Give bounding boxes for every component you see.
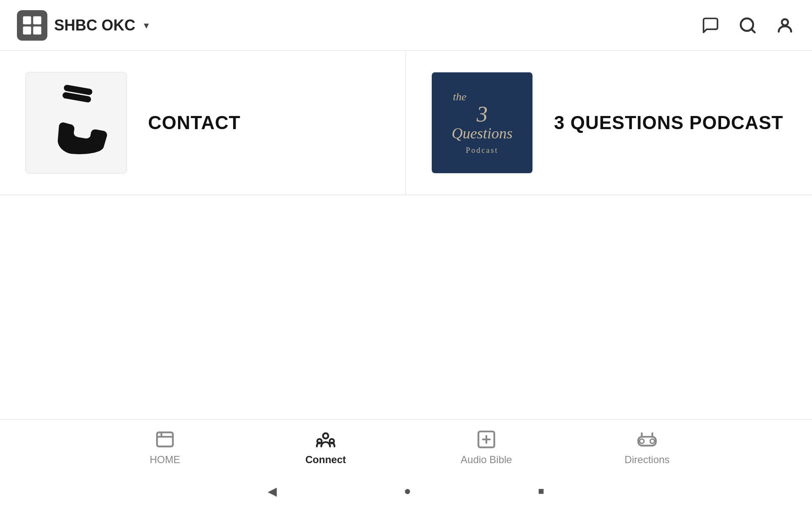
android-nav-bar: ◀ ● ■ <box>0 474 812 508</box>
phone-handset-icon <box>32 78 121 167</box>
podcast-questions-text: Questions <box>452 125 513 142</box>
contact-title: CONTACT <box>148 112 241 133</box>
nav-item-home[interactable]: HOME <box>131 428 199 466</box>
svg-rect-16 <box>638 436 656 445</box>
empty-content-area <box>0 195 812 419</box>
profile-icon[interactable] <box>775 15 795 36</box>
svg-rect-2 <box>23 26 31 34</box>
app-logo[interactable] <box>17 10 47 41</box>
svg-line-5 <box>752 29 755 32</box>
app-header: SHBC OKC ▾ <box>0 0 812 51</box>
nav-label-directions: Directions <box>625 454 670 466</box>
header-right <box>700 15 795 36</box>
svg-rect-3 <box>33 26 41 34</box>
nav-item-directions[interactable]: Directions <box>613 428 681 466</box>
app-title: SHBC OKC <box>54 17 135 34</box>
podcast-number-text: 3 <box>477 103 488 125</box>
podcast-thumbnail: the 3 Questions Podcast <box>431 72 533 174</box>
nav-label-home: HOME <box>150 454 180 466</box>
svg-rect-0 <box>23 16 31 24</box>
nav-label-audio-bible: Audio Bible <box>461 454 512 466</box>
svg-point-10 <box>323 433 329 438</box>
contact-thumbnail <box>25 72 127 174</box>
svg-rect-1 <box>33 16 41 24</box>
android-home-button[interactable]: ● <box>404 484 411 498</box>
nav-label-connect: Connect <box>305 454 346 466</box>
connect-icon <box>315 428 337 450</box>
svg-rect-7 <box>157 432 173 446</box>
bottom-navigation: HOME Connect Audio Bible <box>0 419 812 474</box>
home-icon <box>154 428 176 450</box>
main-content: CONTACT the 3 Questions Podcast 3 QUESTI… <box>0 51 812 419</box>
podcast-title: 3 QUESTIONS PODCAST <box>554 112 783 133</box>
cards-grid: CONTACT the 3 Questions Podcast 3 QUESTI… <box>0 51 812 195</box>
header-left: SHBC OKC ▾ <box>17 10 149 41</box>
audio-bible-icon <box>475 428 497 450</box>
podcast-card[interactable]: the 3 Questions Podcast 3 QUESTIONS PODC… <box>406 51 812 195</box>
android-recent-button[interactable]: ■ <box>538 485 544 497</box>
podcast-the-text: the <box>453 91 466 103</box>
podcast-label-text: Podcast <box>466 146 499 155</box>
chevron-down-icon[interactable]: ▾ <box>144 19 149 31</box>
search-icon[interactable] <box>738 15 758 36</box>
directions-icon <box>636 428 658 450</box>
svg-point-17 <box>639 439 644 443</box>
chat-icon[interactable] <box>700 15 721 36</box>
podcast-thumbnail-inner: the 3 Questions Podcast <box>432 72 532 174</box>
nav-item-audio-bible[interactable]: Audio Bible <box>453 428 520 466</box>
svg-point-6 <box>782 19 788 25</box>
android-back-button[interactable]: ◀ <box>268 484 277 498</box>
nav-item-connect[interactable]: Connect <box>292 428 359 466</box>
contact-card[interactable]: CONTACT <box>0 51 406 195</box>
svg-point-18 <box>650 439 654 443</box>
